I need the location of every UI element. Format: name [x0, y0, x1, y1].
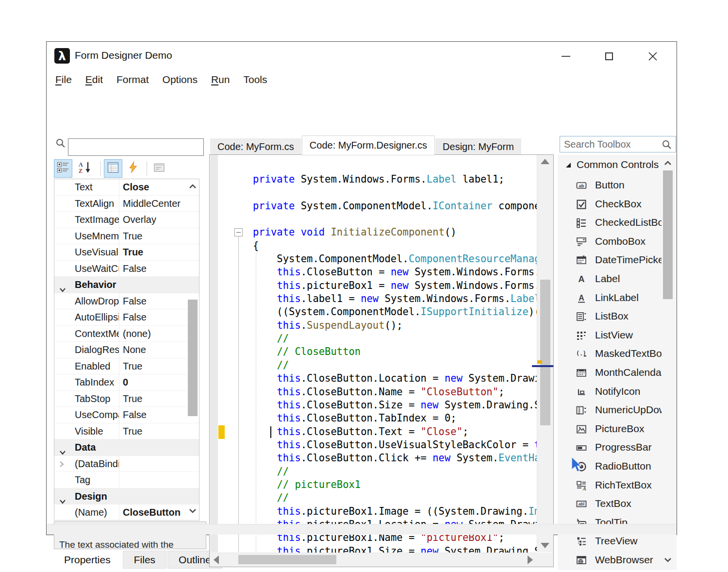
property-row-contextmenustrip[interactable]: ContextMenuStrip(none): [54, 326, 199, 342]
code-line[interactable]: {: [253, 239, 537, 252]
scroll-up-arrow[interactable]: [663, 160, 672, 168]
property-row-visible[interactable]: VisibleTrue: [54, 423, 199, 440]
toolbox-group-common-controls[interactable]: Common Controls: [558, 156, 677, 175]
toolbox-scroll-thumb[interactable]: [663, 170, 673, 299]
code-line[interactable]: this.SuspendLayout();: [253, 319, 537, 332]
toolbox-item-datetimepicker[interactable]: DateTimePicker: [558, 252, 677, 270]
close-button[interactable]: [640, 46, 665, 67]
code-line[interactable]: // pictureBox1: [253, 478, 537, 491]
property-row-textalign[interactable]: TextAlignMiddleCenter: [54, 196, 199, 212]
code-line[interactable]: this.CloseButton.Location = new System.D…: [253, 372, 537, 385]
editor-tab-code-myform-designer-cs[interactable]: Code: MyForm.Designer.cs: [302, 136, 434, 155]
code-line[interactable]: this.CloseButton.UseVisualStyleBackColor…: [253, 438, 537, 452]
scroll-thumb[interactable]: [188, 300, 198, 416]
code-line[interactable]: System.ComponentModel.ComponentResourceM…: [253, 252, 537, 266]
tab-properties[interactable]: Properties: [53, 551, 122, 569]
property-grid-scrollbar[interactable]: [186, 179, 199, 520]
toolbox-search-input[interactable]: [560, 136, 667, 152]
toolbox-item-listbox[interactable]: ListBox: [558, 308, 677, 327]
toolbox-item-button[interactable]: abButton: [558, 177, 677, 196]
editor-vertical-scrollbar[interactable]: [537, 155, 553, 552]
toolbox-item-richtextbox[interactable]: ARichTextBox: [558, 477, 677, 496]
vertical-scroll-thumb[interactable]: [540, 280, 550, 425]
toolbox-item-combobox[interactable]: ComboBox: [558, 233, 677, 252]
property-row-autoellipsis[interactable]: AutoEllipsisFalse: [54, 309, 199, 326]
events-button[interactable]: [124, 159, 142, 178]
property-row-textimagerelation[interactable]: TextImageRelationOverlay: [54, 212, 199, 228]
code-lines[interactable]: private System.Windows.Forms.Label label…: [253, 173, 537, 558]
editor-tab-code-myform-cs[interactable]: Code: MyForm.cs: [210, 138, 301, 155]
code-line[interactable]: this.CloseButton.Size = new System.Drawi…: [253, 399, 537, 412]
expand-chevron-icon[interactable]: [59, 461, 65, 470]
scroll-up-arrow[interactable]: [188, 183, 197, 192]
title-bar[interactable]: λ Form Designer Demo: [47, 42, 677, 71]
toolbox-item-textbox[interactable]: ablTextBox: [558, 495, 677, 514]
property-row-tag[interactable]: Tag: [54, 472, 199, 488]
code-line[interactable]: [253, 186, 537, 199]
property-row-usewaitcursor[interactable]: UseWaitCursorFalse: [54, 261, 199, 277]
code-line[interactable]: // CloseButton: [253, 345, 537, 358]
code-fold-toggle[interactable]: [234, 228, 243, 236]
code-line[interactable]: //: [253, 332, 537, 345]
toolbox-item-treeview[interactable]: TreeView: [558, 533, 677, 552]
property-row-text[interactable]: TextClose: [54, 179, 199, 196]
toolbox-item-notifyicon[interactable]: NotifyIcon: [558, 383, 677, 402]
code-editor[interactable]: private System.Windows.Forms.Label label…: [209, 154, 554, 567]
toolbox-scrollbar[interactable]: [662, 155, 674, 570]
property-row-usecompatibletextrendering[interactable]: UseCompatibleTextRenderingFalse: [54, 407, 199, 423]
category-data[interactable]: Data: [54, 439, 199, 456]
code-line[interactable]: [253, 213, 537, 226]
code-line[interactable]: ((System.ComponentModel.ISupportInitiali…: [253, 305, 537, 319]
property-row-tabindex[interactable]: TabIndex0: [54, 374, 199, 391]
categorized-button[interactable]: [54, 159, 72, 178]
menu-edit[interactable]: Edit: [79, 73, 110, 86]
minimize-button[interactable]: [553, 46, 579, 67]
toolbox-item-webbrowser[interactable]: WebBrowser: [558, 552, 677, 570]
property-row-tabstop[interactable]: TabStopTrue: [54, 391, 199, 407]
maximize-button[interactable]: [596, 46, 622, 67]
menu-tools[interactable]: Tools: [236, 73, 274, 86]
breakpoint-margin[interactable]: [210, 155, 218, 552]
toolbox-item-maskedtextbox[interactable]: (.)MaskedTextBox: [558, 345, 677, 364]
editor-horizontal-scrollbar[interactable]: [210, 553, 537, 567]
scroll-right-arrow[interactable]: [528, 555, 533, 564]
toolbox-item-checkedlistbox[interactable]: CheckedListBox: [558, 214, 677, 233]
scroll-left-arrow[interactable]: [214, 555, 219, 564]
menu-format[interactable]: Format: [110, 73, 156, 86]
property-row-usemnemonic[interactable]: UseMnemonicTrue: [54, 228, 199, 245]
category-behavior[interactable]: Behavior: [54, 277, 199, 293]
toolbox-item-progressbar[interactable]: ProgressBar: [558, 439, 677, 458]
menu-run[interactable]: Run: [204, 73, 237, 86]
scroll-down-arrow[interactable]: [541, 543, 549, 548]
code-line[interactable]: //: [253, 491, 537, 505]
toolbox-item-checkbox[interactable]: CheckBox: [558, 196, 677, 215]
scroll-down-arrow[interactable]: [188, 507, 197, 516]
code-line[interactable]: this.CloseButton.TabIndex = 0;: [253, 412, 537, 425]
code-line[interactable]: private System.Windows.Forms.Label label…: [253, 173, 537, 186]
property-row-databindings[interactable]: (DataBindings): [54, 456, 199, 472]
property-row-name[interactable]: (Name)CloseButton: [54, 505, 199, 521]
property-row-dialogresult[interactable]: DialogResultNone: [54, 342, 199, 358]
code-line[interactable]: private System.ComponentModel.IContainer…: [253, 200, 537, 213]
code-line[interactable]: this.CloseButton.Text = "Close";: [253, 425, 537, 438]
scroll-up-arrow[interactable]: [541, 159, 549, 164]
properties-search-input[interactable]: [68, 138, 204, 156]
code-line[interactable]: //: [253, 359, 537, 372]
properties-view-button[interactable]: [104, 159, 122, 178]
horizontal-scroll-thumb[interactable]: [238, 555, 336, 564]
scroll-down-arrow[interactable]: [663, 556, 672, 565]
code-line[interactable]: private void InitializeComponent(): [253, 226, 537, 239]
code-line[interactable]: this.CloseButton = new System.Windows.Fo…: [253, 266, 537, 279]
tab-files[interactable]: Files: [123, 551, 166, 569]
code-line[interactable]: this.pictureBox1.Image = ((System.Drawin…: [253, 505, 537, 518]
code-line[interactable]: this.CloseButton.Name = "CloseButton";: [253, 386, 537, 399]
editor-tab-design-myform[interactable]: Design: MyForm: [435, 138, 521, 155]
category-design[interactable]: Design: [54, 488, 199, 505]
toolbox-item-label[interactable]: ALabel: [558, 270, 677, 289]
menu-options[interactable]: Options: [156, 73, 204, 86]
toolbox-item-listview[interactable]: ListView: [558, 327, 677, 346]
property-row-enabled[interactable]: EnabledTrue: [54, 358, 199, 375]
code-line[interactable]: this.label1 = new System.Windows.Forms.L…: [253, 292, 537, 305]
toolbox-item-linklabel[interactable]: ALinkLabel: [558, 289, 677, 308]
toolbox-item-picturebox[interactable]: PictureBox: [558, 421, 677, 439]
